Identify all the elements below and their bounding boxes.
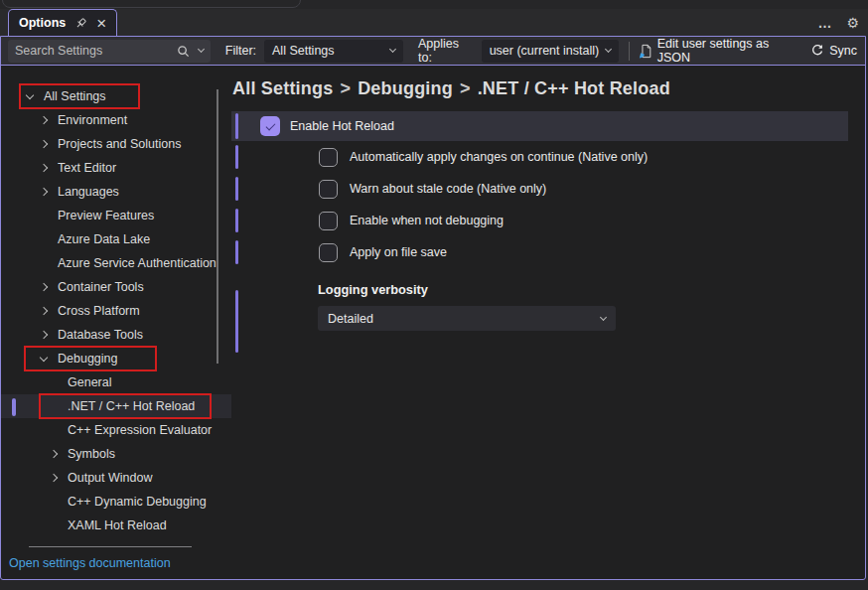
chevron-right-icon[interactable] xyxy=(50,450,58,458)
tree-item-label: Projects and Solutions xyxy=(58,137,181,151)
annotation-box-all-settings xyxy=(19,83,140,109)
tree-item-label: Preview Features xyxy=(58,209,154,222)
breadcrumb-part: .NET / C++ Hot Reload xyxy=(478,78,670,98)
logging-verbosity-section: Logging verbosity Detailed xyxy=(231,282,865,331)
open-settings-documentation-link[interactable]: Open settings documentation xyxy=(1,547,231,570)
applies-to-dropdown[interactable]: user (current install) xyxy=(482,40,619,63)
tree-item-output-window[interactable]: Output Window xyxy=(1,466,231,490)
edit-json-label: Edit user settings as JSON xyxy=(657,37,798,65)
chevron-right-icon[interactable] xyxy=(40,283,48,291)
chevron-right-icon[interactable] xyxy=(40,331,48,339)
annotation-box-debugging xyxy=(24,346,157,371)
enable-hot-reload-label: Enable Hot Reload xyxy=(290,119,394,133)
setting-row: Enable when not debugging xyxy=(231,205,865,236)
chevron-right-icon[interactable] xyxy=(40,307,48,315)
tree-item-azure-service-authentication[interactable]: Azure Service Authentication xyxy=(1,251,231,275)
modified-indicator-bar xyxy=(235,240,238,264)
selected-item-indicator xyxy=(12,398,16,416)
checkbox-label: Apply on file save xyxy=(350,245,447,259)
tree-item-languages[interactable]: Languages xyxy=(1,180,231,204)
tree-item-projects-and-solutions[interactable]: Projects and Solutions xyxy=(1,132,231,156)
logging-verbosity-dropdown[interactable]: Detailed xyxy=(318,306,616,331)
chevron-right-icon[interactable] xyxy=(40,164,48,172)
logging-verbosity-value: Detailed xyxy=(328,312,601,326)
tree-item-cpp-dynamic-debugging[interactable]: C++ Dynamic Debugging xyxy=(1,490,231,514)
chevron-right-icon[interactable] xyxy=(50,474,58,482)
chevron-right-icon[interactable] xyxy=(40,140,48,148)
logging-verbosity-label: Logging verbosity xyxy=(318,282,865,297)
filter-label: Filter: xyxy=(225,44,256,58)
tree-item-text-editor[interactable]: Text Editor xyxy=(1,156,231,180)
tree-item-general[interactable]: General xyxy=(1,370,231,394)
annotation-box-hot-reload xyxy=(39,393,212,419)
edit-json-button[interactable]: Edit user settings as JSON xyxy=(639,37,798,65)
modified-indicator-bar xyxy=(235,209,238,232)
tab-title: Options xyxy=(19,16,66,30)
check-icon xyxy=(265,120,275,130)
settings-toolbar: Search Settings Filter: All Settings App… xyxy=(1,37,865,66)
tree-item-preview-features[interactable]: Preview Features xyxy=(1,204,231,227)
setting-row: Warn about stale code (Native only) xyxy=(231,173,865,205)
warn-stale-code-checkbox[interactable] xyxy=(319,180,338,199)
enable-when-not-debugging-checkbox[interactable] xyxy=(319,212,338,230)
modified-indicator-bar xyxy=(235,290,238,353)
search-icon[interactable] xyxy=(177,45,190,58)
tab-strip: Options × … ⚙ xyxy=(0,9,868,36)
modified-indicator-bar xyxy=(235,145,238,169)
chevron-right-icon[interactable] xyxy=(40,188,48,196)
more-options-icon[interactable]: … xyxy=(817,15,832,31)
tree-item-label: Symbols xyxy=(68,447,115,461)
sync-button[interactable]: Sync xyxy=(810,44,857,58)
tab-options[interactable]: Options × xyxy=(8,9,117,36)
tree-item-label: Cross Platform xyxy=(58,304,140,318)
tree-item-cpp-expression-evaluator[interactable]: C++ Expression Evaluator xyxy=(1,418,231,442)
pin-icon[interactable] xyxy=(74,17,87,30)
auto-apply-changes-checkbox[interactable] xyxy=(319,148,338,167)
tree-item-label: C++ Dynamic Debugging xyxy=(68,495,207,509)
tree-item-symbols[interactable]: Symbols xyxy=(1,442,231,466)
gear-icon[interactable]: ⚙ xyxy=(846,15,859,31)
tree-item-label: XAML Hot Reload xyxy=(68,518,167,532)
tree-item-label: Environment xyxy=(58,113,127,127)
tree-item-label: Text Editor xyxy=(58,161,116,175)
tree-item-azure-data-lake[interactable]: Azure Data Lake xyxy=(1,227,231,251)
chevron-down-icon xyxy=(600,313,607,320)
breadcrumb-separator: > xyxy=(460,78,471,98)
search-placeholder: Search Settings xyxy=(15,44,177,58)
enable-hot-reload-checkbox[interactable] xyxy=(260,116,280,136)
tree-item-label: Languages xyxy=(58,185,119,199)
tree-item-label: General xyxy=(68,375,111,389)
tree-item-environment[interactable]: Environment xyxy=(1,108,231,132)
close-icon[interactable]: × xyxy=(96,15,106,32)
tree-item-label: Azure Service Authentication xyxy=(58,256,217,270)
tree-item-xaml-hot-reload[interactable]: XAML Hot Reload xyxy=(1,514,231,537)
applies-to-label: Applies to: xyxy=(418,37,474,65)
enable-hot-reload-row: Enable Hot Reload xyxy=(231,111,848,141)
setting-row: Apply on file save xyxy=(231,236,865,268)
chevron-down-icon xyxy=(605,46,612,53)
search-input[interactable]: Search Settings xyxy=(8,40,211,63)
filter-value: All Settings xyxy=(272,44,390,58)
tree-item-database-tools[interactable]: Database Tools xyxy=(1,323,231,347)
settings-tree: All Settings Environment Projects and So… xyxy=(1,66,231,580)
options-window: Options × … ⚙ Search Settings xyxy=(0,0,868,590)
modified-indicator-bar xyxy=(235,113,238,139)
chevron-right-icon[interactable] xyxy=(40,116,48,124)
chevron-down-icon xyxy=(389,46,396,53)
tree-item-cross-platform[interactable]: Cross Platform xyxy=(1,299,231,323)
tree-item-label: Database Tools xyxy=(58,328,143,342)
settings-page: All Settings>Debugging>.NET / C++ Hot Re… xyxy=(231,66,865,580)
setting-row: Automatically apply changes on continue … xyxy=(231,141,865,173)
filter-dropdown[interactable]: All Settings xyxy=(264,40,403,63)
breadcrumb-part: Debugging xyxy=(358,78,453,98)
tree-item-label: Output Window xyxy=(68,471,152,485)
search-options-chevron-icon[interactable] xyxy=(198,46,205,53)
sync-label: Sync xyxy=(829,44,857,58)
modified-indicator-bar xyxy=(235,177,238,201)
apply-on-file-save-checkbox[interactable] xyxy=(319,243,338,262)
sync-icon xyxy=(810,44,824,58)
tree-item-container-tools[interactable]: Container Tools xyxy=(1,275,231,299)
options-dialog: Search Settings Filter: All Settings App… xyxy=(0,36,866,580)
sidebar-scrollbar[interactable] xyxy=(217,89,218,364)
json-file-icon xyxy=(639,44,652,59)
